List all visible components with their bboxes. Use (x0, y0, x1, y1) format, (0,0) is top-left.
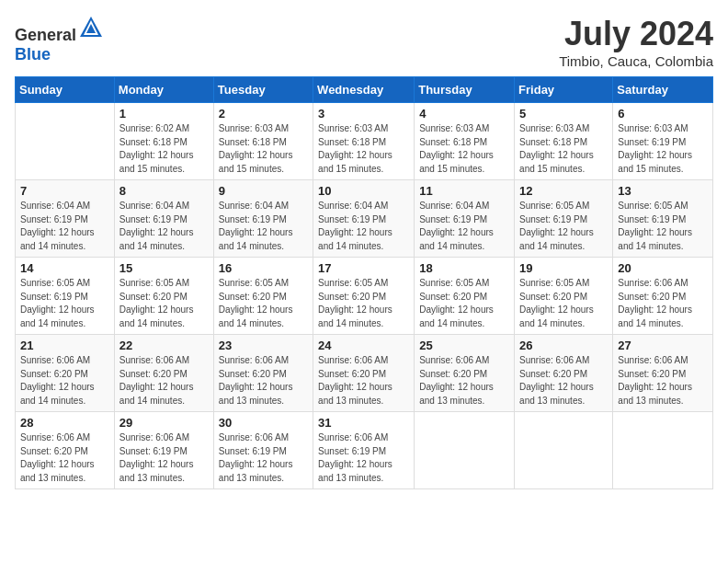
day-number: 7 (20, 184, 109, 198)
day-info: Sunrise: 6:02 AMSunset: 6:18 PMDaylight:… (119, 123, 194, 174)
day-info: Sunrise: 6:03 AMSunset: 6:18 PMDaylight:… (519, 123, 594, 174)
calendar-cell: 29 Sunrise: 6:06 AMSunset: 6:19 PMDaylig… (114, 412, 213, 489)
day-info: Sunrise: 6:05 AMSunset: 6:20 PMDaylight:… (519, 278, 594, 328)
day-number: 3 (318, 107, 409, 121)
day-number: 14 (20, 261, 109, 275)
day-number: 13 (618, 184, 708, 198)
location-title: Timbio, Cauca, Colombia (559, 53, 713, 69)
day-info: Sunrise: 6:06 AMSunset: 6:20 PMDaylight:… (618, 278, 692, 328)
calendar-cell (415, 412, 515, 489)
calendar-cell: 26 Sunrise: 6:06 AMSunset: 6:20 PMDaylig… (515, 335, 613, 412)
calendar-cell: 15 Sunrise: 6:05 AMSunset: 6:20 PMDaylig… (114, 258, 213, 335)
day-number: 6 (618, 107, 708, 121)
calendar-cell: 27 Sunrise: 6:06 AMSunset: 6:20 PMDaylig… (613, 335, 713, 412)
calendar-cell: 12 Sunrise: 6:05 AMSunset: 6:19 PMDaylig… (515, 180, 613, 258)
calendar-cell: 3 Sunrise: 6:03 AMSunset: 6:18 PMDayligh… (313, 103, 415, 180)
calendar-cell: 5 Sunrise: 6:03 AMSunset: 6:18 PMDayligh… (515, 103, 613, 180)
calendar-cell (16, 103, 115, 180)
calendar-cell: 2 Sunrise: 6:03 AMSunset: 6:18 PMDayligh… (213, 103, 313, 180)
calendar-cell: 24 Sunrise: 6:06 AMSunset: 6:20 PMDaylig… (313, 335, 415, 412)
day-info: Sunrise: 6:04 AMSunset: 6:19 PMDaylight:… (219, 201, 293, 251)
day-number: 28 (20, 416, 109, 430)
day-info: Sunrise: 6:04 AMSunset: 6:19 PMDaylight:… (419, 201, 494, 251)
calendar-cell: 30 Sunrise: 6:06 AMSunset: 6:19 PMDaylig… (213, 412, 313, 489)
weekday-header-saturday: Saturday (613, 77, 713, 103)
calendar-cell: 31 Sunrise: 6:06 AMSunset: 6:19 PMDaylig… (313, 412, 415, 489)
calendar-cell: 28 Sunrise: 6:06 AMSunset: 6:20 PMDaylig… (16, 412, 115, 489)
day-number: 23 (219, 339, 308, 352)
day-info: Sunrise: 6:05 AMSunset: 6:20 PMDaylight:… (318, 278, 392, 328)
calendar-cell: 7 Sunrise: 6:04 AMSunset: 6:19 PMDayligh… (16, 180, 115, 258)
day-info: Sunrise: 6:05 AMSunset: 6:19 PMDaylight:… (20, 278, 95, 328)
calendar-cell: 25 Sunrise: 6:06 AMSunset: 6:20 PMDaylig… (415, 335, 515, 412)
logo: General Blue (15, 15, 104, 64)
calendar-cell: 18 Sunrise: 6:05 AMSunset: 6:20 PMDaylig… (415, 258, 515, 335)
day-info: Sunrise: 6:04 AMSunset: 6:19 PMDaylight:… (119, 201, 194, 251)
day-info: Sunrise: 6:06 AMSunset: 6:20 PMDaylight:… (419, 355, 494, 406)
day-number: 21 (20, 339, 109, 352)
calendar-cell: 10 Sunrise: 6:04 AMSunset: 6:19 PMDaylig… (313, 180, 415, 258)
day-number: 24 (318, 339, 409, 352)
day-number: 1 (119, 107, 209, 121)
calendar-week-row: 1 Sunrise: 6:02 AMSunset: 6:18 PMDayligh… (16, 103, 713, 180)
day-number: 12 (519, 184, 608, 198)
calendar-cell: 14 Sunrise: 6:05 AMSunset: 6:19 PMDaylig… (16, 258, 115, 335)
day-number: 4 (419, 107, 509, 121)
day-number: 29 (119, 416, 209, 430)
logo-text-general: General (15, 26, 76, 44)
day-info: Sunrise: 6:05 AMSunset: 6:19 PMDaylight:… (519, 201, 594, 251)
calendar-cell: 19 Sunrise: 6:05 AMSunset: 6:20 PMDaylig… (515, 258, 613, 335)
day-number: 10 (318, 184, 409, 198)
day-info: Sunrise: 6:05 AMSunset: 6:20 PMDaylight:… (119, 278, 194, 328)
calendar-table: SundayMondayTuesdayWednesdayThursdayFrid… (15, 76, 713, 489)
weekday-header-row: SundayMondayTuesdayWednesdayThursdayFrid… (16, 77, 713, 103)
calendar-cell: 21 Sunrise: 6:06 AMSunset: 6:20 PMDaylig… (16, 335, 115, 412)
month-year-title: July 2024 (559, 15, 713, 53)
day-info: Sunrise: 6:06 AMSunset: 6:20 PMDaylight:… (219, 355, 293, 406)
calendar-cell (613, 412, 713, 489)
day-number: 25 (419, 339, 509, 352)
calendar-week-row: 21 Sunrise: 6:06 AMSunset: 6:20 PMDaylig… (16, 335, 713, 412)
day-number: 15 (119, 261, 209, 275)
calendar-cell: 1 Sunrise: 6:02 AMSunset: 6:18 PMDayligh… (114, 103, 213, 180)
day-number: 30 (219, 416, 308, 430)
page-header: General Blue July 2024 Timbio, Cauca, Co… (15, 15, 713, 69)
calendar-cell: 20 Sunrise: 6:06 AMSunset: 6:20 PMDaylig… (613, 258, 713, 335)
weekday-header-tuesday: Tuesday (213, 77, 313, 103)
calendar-cell: 23 Sunrise: 6:06 AMSunset: 6:20 PMDaylig… (213, 335, 313, 412)
weekday-header-friday: Friday (515, 77, 613, 103)
calendar-cell: 9 Sunrise: 6:04 AMSunset: 6:19 PMDayligh… (213, 180, 313, 258)
day-number: 2 (219, 107, 308, 121)
calendar-week-row: 7 Sunrise: 6:04 AMSunset: 6:19 PMDayligh… (16, 180, 713, 258)
day-number: 27 (618, 339, 708, 352)
title-block: July 2024 Timbio, Cauca, Colombia (559, 15, 713, 69)
day-info: Sunrise: 6:03 AMSunset: 6:19 PMDaylight:… (618, 123, 692, 174)
calendar-cell: 17 Sunrise: 6:05 AMSunset: 6:20 PMDaylig… (313, 258, 415, 335)
day-number: 22 (119, 339, 209, 352)
day-info: Sunrise: 6:05 AMSunset: 6:20 PMDaylight:… (219, 278, 293, 328)
day-number: 20 (618, 261, 708, 275)
day-number: 17 (318, 261, 409, 275)
weekday-header-sunday: Sunday (16, 77, 115, 103)
day-info: Sunrise: 6:03 AMSunset: 6:18 PMDaylight:… (219, 123, 293, 174)
calendar-cell: 6 Sunrise: 6:03 AMSunset: 6:19 PMDayligh… (613, 103, 713, 180)
day-info: Sunrise: 6:05 AMSunset: 6:20 PMDaylight:… (419, 278, 494, 328)
calendar-week-row: 14 Sunrise: 6:05 AMSunset: 6:19 PMDaylig… (16, 258, 713, 335)
day-number: 16 (219, 261, 308, 275)
day-number: 11 (419, 184, 509, 198)
weekday-header-thursday: Thursday (415, 77, 515, 103)
day-number: 31 (318, 416, 409, 430)
day-info: Sunrise: 6:03 AMSunset: 6:18 PMDaylight:… (419, 123, 494, 174)
day-info: Sunrise: 6:04 AMSunset: 6:19 PMDaylight:… (318, 201, 392, 251)
calendar-week-row: 28 Sunrise: 6:06 AMSunset: 6:20 PMDaylig… (16, 412, 713, 489)
day-info: Sunrise: 6:06 AMSunset: 6:19 PMDaylight:… (318, 432, 392, 483)
calendar-cell: 16 Sunrise: 6:05 AMSunset: 6:20 PMDaylig… (213, 258, 313, 335)
day-number: 5 (519, 107, 608, 121)
day-info: Sunrise: 6:04 AMSunset: 6:19 PMDaylight:… (20, 201, 95, 251)
calendar-cell: 11 Sunrise: 6:04 AMSunset: 6:19 PMDaylig… (415, 180, 515, 258)
day-number: 18 (419, 261, 509, 275)
logo-text-blue: Blue (15, 45, 51, 63)
day-info: Sunrise: 6:06 AMSunset: 6:19 PMDaylight:… (219, 432, 293, 483)
day-info: Sunrise: 6:06 AMSunset: 6:20 PMDaylight:… (119, 355, 194, 406)
day-number: 26 (519, 339, 608, 352)
